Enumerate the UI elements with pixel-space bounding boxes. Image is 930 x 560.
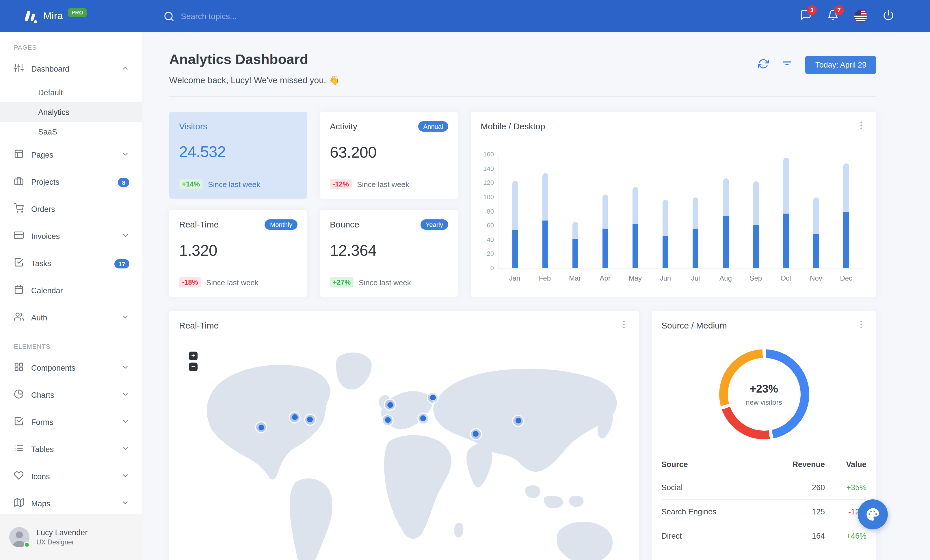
x-axis-label: Feb — [542, 274, 548, 282]
icons-icon — [14, 471, 24, 483]
bar-feb — [542, 173, 548, 268]
sidebar-subitem-analytics[interactable]: Analytics — [0, 102, 142, 122]
filter-button[interactable] — [782, 58, 793, 72]
y-axis-tick-label: 80 — [480, 207, 494, 215]
sidebar-item-maps[interactable]: Maps — [0, 490, 142, 517]
navbar-search[interactable] — [163, 11, 308, 21]
calendar-icon — [14, 285, 24, 297]
messages-count-badge: 3 — [807, 5, 817, 15]
sidebar-item-pages[interactable]: Pages — [0, 141, 142, 169]
sidebar-item-projects[interactable]: Projects8 — [0, 169, 142, 196]
sidebar-user-footer[interactable]: Lucy Lavender UX Designer — [0, 514, 142, 560]
y-axis-tick-label: 40 — [480, 236, 494, 243]
sidebar-count-badge: 17 — [115, 259, 129, 268]
brand-name: Mira — [43, 11, 63, 22]
source-table-header: Source — [661, 454, 772, 476]
chart-card-menu-button[interactable] — [856, 120, 867, 133]
sidebar-item-auth[interactable]: Auth — [0, 304, 142, 331]
mobile-desktop-chart-card: Mobile / Desktop 020406080100120140160 J… — [471, 112, 876, 297]
map-marker-3 — [305, 415, 315, 425]
bar-mobile-segment — [663, 236, 668, 268]
brand[interactable]: Mira PRO — [0, 8, 143, 25]
invoices-icon — [14, 230, 24, 242]
language-flag-button[interactable] — [855, 10, 867, 23]
sidebar-item-invoices[interactable]: Invoices — [0, 223, 142, 250]
notifications-button[interactable]: 7 — [827, 9, 839, 23]
x-axis-label: Apr — [602, 274, 608, 282]
sidebar-item-calendar[interactable]: Calendar — [0, 277, 142, 304]
stat-card-bounce: BounceYearly12.364+27%Since last week — [320, 210, 458, 297]
bar-jun — [663, 200, 668, 268]
chevron-down-icon — [121, 471, 129, 482]
tasks-icon — [14, 258, 24, 270]
messages-button[interactable]: 3 — [800, 9, 811, 23]
mira-logo-icon — [21, 8, 38, 25]
sidebar-subitem-saas[interactable]: SaaS — [0, 122, 142, 141]
bar-dec — [843, 163, 849, 268]
world-map[interactable]: + − — [169, 338, 639, 560]
source-card-title: Source / Medium — [661, 321, 727, 330]
stat-delta-badge: +27% — [330, 277, 354, 287]
search-icon — [163, 11, 174, 21]
bar-mobile-segment — [602, 229, 608, 268]
bar-mobile-segment — [813, 234, 819, 268]
stat-card-real-time: Real-TimeMonthly1.320-18%Since last week — [169, 210, 307, 297]
realtime-map-card: Real-Time — [169, 311, 639, 560]
palette-icon — [865, 507, 880, 522]
source-cell: Search Engines — [661, 500, 772, 524]
stat-delta-badge: -12% — [330, 179, 352, 189]
bar-mobile-segment — [693, 229, 699, 268]
more-vertical-icon — [856, 120, 867, 130]
sidebar-item-label: Tasks — [31, 259, 115, 268]
sidebar-item-icons[interactable]: Icons — [0, 463, 142, 490]
tables-icon — [14, 443, 24, 456]
refresh-button[interactable] — [758, 58, 769, 72]
donut-chart: +23% new visitors — [719, 349, 809, 439]
value-cell: +35% — [825, 476, 867, 500]
donut-center-value: +23% — [750, 382, 778, 395]
sidebar-item-charts[interactable]: Charts — [0, 382, 142, 409]
x-axis-label: Jun — [662, 274, 668, 282]
auth-icon — [14, 312, 24, 324]
chart-card-title: Mobile / Desktop — [480, 121, 545, 131]
search-input[interactable] — [181, 12, 308, 21]
map-card-menu-button[interactable] — [619, 319, 629, 332]
sidebar-item-components[interactable]: Components — [0, 354, 142, 382]
source-card-menu-button[interactable] — [856, 319, 867, 332]
sidebar-item-label: Dashboard — [31, 64, 121, 74]
map-zoom-in-button[interactable]: + — [189, 351, 197, 360]
main-content: Analytics Dashboard Welcome back, Lucy! … — [143, 32, 930, 560]
map-marker-1 — [257, 422, 266, 432]
chevron-down-icon — [121, 313, 129, 323]
page-subtitle: Welcome back, Lucy! We've missed you. 👋 — [169, 75, 339, 86]
theme-settings-fab[interactable] — [858, 499, 888, 529]
date-range-button[interactable]: Today: April 29 — [805, 56, 876, 74]
source-medium-card: Source / Medium +23% new visitors — [651, 311, 876, 560]
bar-mobile-segment — [633, 224, 639, 268]
value-table-header: Value — [825, 454, 867, 476]
source-table: Source Revenue Value Social260+35%Search… — [661, 454, 867, 548]
stat-card-title: Activity — [330, 121, 357, 131]
stat-card-visitors: Visitors24.532+14%Since last week — [169, 112, 307, 199]
sidebar-item-tables[interactable]: Tables — [0, 436, 142, 463]
sidebar-item-dashboard[interactable]: Dashboard — [0, 55, 142, 83]
sidebar-item-orders[interactable]: Orders — [0, 196, 142, 223]
y-axis-tick-label: 0 — [480, 264, 494, 272]
sidebar-section-header-elements: ELEMENTS — [0, 331, 142, 354]
sidebar-subitem-default[interactable]: Default — [0, 83, 142, 102]
sign-out-button[interactable] — [883, 9, 894, 23]
map-zoom-out-button[interactable]: − — [189, 362, 197, 371]
sidebar-item-forms[interactable]: Forms — [0, 409, 142, 436]
projects-icon — [14, 176, 24, 188]
charts-icon — [14, 389, 24, 401]
stat-note: Since last week — [208, 180, 260, 189]
chevron-down-icon — [121, 390, 129, 400]
bar-mobile-segment — [753, 225, 759, 268]
stat-card-activity: ActivityAnnual63.200-12%Since last week — [320, 112, 458, 199]
sidebar: PAGESDashboardDefaultAnalyticsSaaSPagesP… — [0, 32, 143, 560]
x-axis-label: May — [632, 274, 638, 282]
sidebar-item-tasks[interactable]: Tasks17 — [0, 250, 142, 277]
table-row-search-engines: Search Engines125-12% — [661, 500, 867, 524]
sidebar-item-label: Icons — [31, 472, 121, 482]
sidebar-item-label: Auth — [31, 313, 121, 323]
